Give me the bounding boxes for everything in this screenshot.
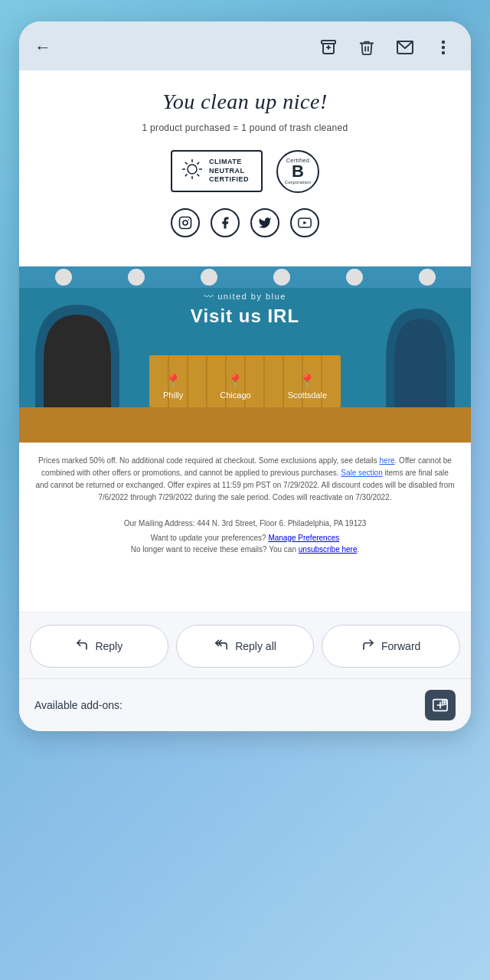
svg-point-4 [442, 51, 445, 54]
manage-preferences-link[interactable]: Manage Preferences [268, 534, 339, 542]
disclaimer-text-1: Prices marked 50% off. No additional cod… [38, 456, 379, 465]
preferences-line: Want to update your preferences? Manage … [19, 531, 471, 544]
pin-icon-philly: 📍 [165, 373, 181, 390]
pin-icon-chicago: 📍 [227, 373, 243, 390]
pin-icon-scottsdale: 📍 [299, 373, 315, 390]
location-scottsdale-label: Scottsdale [288, 390, 327, 400]
reply-button[interactable]: Reply [30, 625, 168, 668]
mailing-address: Our Mailing Address: 444 N. 3rd Street, … [19, 516, 471, 531]
bottom-bar: Available add-ons: [19, 678, 471, 731]
top-bar: ← [19, 21, 471, 70]
instagram-icon[interactable] [171, 208, 200, 237]
email-inner: You clean up nice! 1 product purchased =… [19, 70, 471, 266]
youtube-icon[interactable] [290, 208, 319, 237]
store-overlay: 〰 united by blue Visit us IRL 📍 Philly 📍… [19, 266, 471, 443]
svg-point-5 [188, 165, 197, 174]
bottom-spacer [19, 566, 471, 612]
b-letter: B [292, 163, 304, 180]
unsubscribe-text: No longer want to receive these emails? … [131, 545, 299, 554]
unsubscribe-link[interactable]: unsubscribe here [299, 545, 358, 554]
svg-marker-17 [303, 220, 306, 224]
disclaimer-here-link[interactable]: here [380, 456, 395, 465]
mail-button[interactable] [393, 35, 417, 60]
climate-badge-text: CLIMATE NEUTRAL CERTIFIED [209, 158, 249, 185]
reply-icon [75, 638, 89, 655]
forward-button[interactable]: Forward [322, 625, 460, 668]
climate-neutral-badge: CLIMATE NEUTRAL CERTIFIED [171, 150, 263, 192]
phone-card: ← [19, 21, 471, 731]
reply-all-button[interactable]: Reply all [176, 625, 315, 668]
reply-all-label: Reply all [235, 640, 276, 652]
b-corp-badge: Certified B Corporation [276, 150, 319, 193]
facebook-icon[interactable] [211, 208, 240, 237]
email-hero-title: You clean up nice! [41, 89, 449, 115]
location-chicago[interactable]: 📍 Chicago [220, 373, 250, 400]
svg-line-13 [185, 162, 188, 164]
store-image: 〰 united by blue Visit us IRL 📍 Philly 📍… [19, 266, 471, 443]
svg-point-16 [188, 219, 189, 220]
svg-point-15 [183, 220, 188, 225]
action-buttons-row: Reply Reply all Forward [19, 612, 471, 678]
forward-label: Forward [381, 640, 420, 652]
brand-waves-icon: 〰 [204, 291, 214, 302]
addon-svg-icon [432, 697, 449, 714]
disclaimer-section: Prices marked 50% off. No additional cod… [19, 443, 471, 516]
store-brand-name: united by blue [217, 292, 286, 301]
reply-all-icon [214, 638, 229, 655]
sunburst-icon [181, 158, 203, 185]
svg-rect-14 [180, 217, 191, 228]
store-visit-headline: Visit us IRL [191, 305, 299, 327]
email-body: You clean up nice! 1 product purchased =… [19, 70, 471, 612]
location-philly[interactable]: 📍 Philly [163, 373, 183, 400]
twitter-icon[interactable] [250, 208, 279, 237]
svg-point-2 [442, 41, 445, 44]
svg-line-11 [185, 174, 188, 176]
badges-row: CLIMATE NEUTRAL CERTIFIED Certified B Co… [41, 150, 449, 193]
back-icon[interactable]: ← [34, 38, 51, 57]
svg-line-10 [197, 162, 199, 164]
more-button[interactable] [431, 35, 456, 60]
nav-back[interactable]: ← [34, 38, 51, 57]
location-chicago-label: Chicago [220, 390, 250, 400]
forward-icon [361, 638, 375, 655]
social-row [41, 208, 449, 237]
store-locations: 📍 Philly 📍 Chicago 📍 Scottsdale [163, 373, 327, 400]
svg-point-3 [442, 46, 445, 49]
location-scottsdale[interactable]: 📍 Scottsdale [288, 373, 327, 400]
reply-label: Reply [95, 640, 122, 652]
delete-button[interactable] [354, 35, 379, 60]
store-brand-row: 〰 united by blue [204, 291, 286, 302]
preferences-text: Want to update your preferences? [151, 534, 266, 542]
unsubscribe-period: . [357, 545, 359, 554]
addon-icon-button[interactable] [425, 690, 456, 720]
corp-text: Corporation [285, 180, 312, 185]
email-subtitle: 1 product purchased = 1 pound of trash c… [41, 122, 449, 133]
location-philly-label: Philly [163, 390, 183, 400]
svg-line-12 [197, 174, 199, 176]
sale-section-link[interactable]: Sale section [341, 469, 382, 477]
archive-button[interactable] [316, 35, 341, 60]
available-addons-label: Available add-ons: [34, 699, 122, 711]
unsubscribe-line: No longer want to receive these emails? … [19, 544, 471, 566]
toolbar-icons [316, 35, 456, 60]
